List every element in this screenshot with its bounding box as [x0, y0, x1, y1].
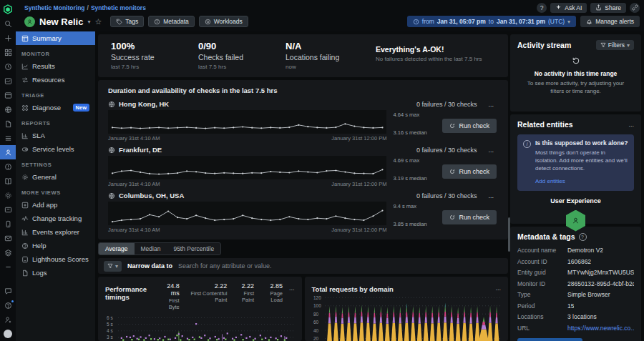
- main-scrollbar-thumb[interactable]: [508, 217, 510, 252]
- app-window: Synthetic Monitoring / Synthetic monitor…: [0, 0, 644, 341]
- help-icon: [21, 242, 29, 249]
- more-rail-icon[interactable]: [0, 260, 16, 274]
- metadata-row-account-name: Account nameDemotron V2: [517, 247, 634, 254]
- related-entities-menu[interactable]: ...: [628, 121, 634, 128]
- funnel-caret-icon: ▾: [115, 263, 118, 270]
- monitor-entity-icon: [24, 16, 35, 27]
- row-menu-button[interactable]: ...: [488, 192, 494, 199]
- add-entities-link[interactable]: Add entities: [535, 178, 565, 184]
- sparkle-icon: [555, 4, 562, 11]
- svg-text:5 s: 5 s: [107, 322, 113, 327]
- failures-count: 0 failures / 30 checks: [416, 101, 477, 108]
- manage-alerts-button[interactable]: Manage alerts: [580, 16, 640, 27]
- metadata-help-icon[interactable]: ?: [579, 233, 587, 241]
- monitor-url-link[interactable]: https://www.newrelic.co…: [567, 325, 634, 332]
- service-levels-icon: [21, 146, 29, 153]
- docs-icon[interactable]: [0, 117, 16, 131]
- filter-funnel-button[interactable]: ▾: [104, 261, 122, 272]
- activity-filters-button[interactable]: Filters ▾: [596, 40, 634, 50]
- tab-95th-percentile[interactable]: 95th Percentile: [167, 243, 220, 254]
- share-button[interactable]: Share: [590, 3, 626, 13]
- tag-pill-account[interactable]: account:Demotron V2: [517, 338, 582, 341]
- archive-icon[interactable]: [0, 202, 16, 217]
- sidebar-item-lighthouse-scores[interactable]: Lighthouse Scores: [16, 252, 95, 266]
- tag-icon: [116, 19, 122, 25]
- workloads-button[interactable]: Workloads: [199, 16, 248, 27]
- copy-link-button[interactable]: [630, 3, 640, 13]
- sidebar-item-logs[interactable]: Logs: [16, 266, 95, 280]
- attribute-search-input[interactable]: [178, 262, 502, 270]
- sidebar-item-resources[interactable]: Resources: [16, 73, 95, 87]
- sidebar-item-diagnose[interactable]: Diagnose New: [16, 101, 95, 114]
- sidebar-item-summary[interactable]: Summary: [16, 31, 95, 45]
- alerts-icon[interactable]: [0, 159, 16, 174]
- invite-user-icon[interactable]: [0, 312, 16, 327]
- row-menu-button[interactable]: ...: [488, 147, 494, 154]
- tab-average[interactable]: Average: [99, 243, 135, 254]
- apps-grid-icon[interactable]: [0, 45, 16, 59]
- globe-icon: [108, 192, 115, 199]
- chart-menu-button[interactable]: ...: [289, 282, 295, 292]
- nav-section-triage: TRIAGE: [16, 87, 95, 101]
- run-check-button[interactable]: Run check: [442, 210, 497, 224]
- add-data-icon[interactable]: [0, 31, 16, 45]
- breadcrumb-separator: /: [87, 4, 89, 11]
- sidebar-item-events-explorer[interactable]: Events explorer: [16, 225, 95, 239]
- settings-gear-icon[interactable]: [0, 188, 16, 202]
- sidebar-item-sla[interactable]: SLA: [16, 129, 95, 142]
- breadcrumb: Synthetic Monitoring / Synthetic monitor…: [24, 4, 146, 11]
- synthetics-icon[interactable]: [0, 145, 16, 159]
- sidebar-item-service-levels[interactable]: Service levels: [16, 142, 95, 156]
- tags-button[interactable]: Tags: [110, 16, 144, 27]
- entities-list-icon[interactable]: [0, 131, 16, 145]
- run-check-button[interactable]: Run check: [442, 119, 497, 133]
- search-icon[interactable]: [0, 16, 16, 31]
- help-status-icon[interactable]: [0, 298, 16, 312]
- title-dropdown-caret[interactable]: ▾: [87, 19, 90, 25]
- activity-empty-state: No activity in this time range To see mo…: [517, 50, 634, 98]
- link-icon: [632, 4, 638, 11]
- sidebar-item-general[interactable]: General: [16, 170, 95, 184]
- apm-globe-icon[interactable]: [0, 102, 16, 117]
- sidebar-item-help[interactable]: Help: [16, 239, 95, 252]
- stack-icon[interactable]: [0, 245, 16, 260]
- help-button[interactable]: ?: [537, 3, 547, 13]
- breadcrumb-link-synthetic-monitors[interactable]: Synthetic monitors: [91, 4, 146, 11]
- infrastructure-icon[interactable]: [0, 88, 16, 102]
- inbox-icon[interactable]: [0, 231, 16, 245]
- nav-section-more-views: MORE VIEWS: [16, 184, 95, 198]
- tab-median[interactable]: Median: [135, 243, 167, 254]
- nav-section-reports: REPORTS: [16, 114, 95, 129]
- run-check-button[interactable]: Run check: [442, 164, 497, 179]
- favorite-star-icon[interactable]: ☆: [94, 17, 102, 26]
- new-relic-logo[interactable]: [0, 2, 16, 16]
- metadata-button[interactable]: Metadata: [148, 16, 194, 27]
- sidebar-item-add-app[interactable]: Add app: [16, 198, 95, 212]
- location-name: Columbus, OH, USA: [108, 192, 184, 199]
- main-content: 100% Success rate last 7.5 hrs 0/90 Chec…: [95, 31, 510, 341]
- time-range-picker[interactable]: from Jan 31, 05:07 pm to Jan 31, 07:31 p…: [407, 16, 576, 27]
- ask-ai-button[interactable]: Ask AI: [550, 3, 587, 13]
- knowledge-book-icon[interactable]: [0, 174, 16, 188]
- mobile-icon[interactable]: [0, 217, 16, 231]
- svg-text:6 s: 6 s: [107, 315, 113, 320]
- svg-text:80: 80: [313, 312, 319, 317]
- metadata-row-monitor-id: Monitor ID28650132-895d-4cbf-b2c…: [517, 280, 634, 287]
- user-avatar[interactable]: [0, 327, 16, 341]
- refresh-icon: [449, 123, 455, 129]
- dashboards-icon[interactable]: [0, 74, 16, 88]
- metadata-row-type: TypeSimple Browser: [517, 291, 634, 298]
- row-menu-button[interactable]: ...: [488, 101, 494, 108]
- sidebar-item-change-tracking[interactable]: Change tracking: [16, 212, 95, 225]
- svg-text:4 s: 4 s: [107, 328, 113, 333]
- feedback-chat-icon[interactable]: [0, 284, 16, 298]
- breadcrumb-link-synthetic-monitoring[interactable]: Synthetic Monitoring: [24, 4, 85, 11]
- sidebar-item-results[interactable]: Results: [16, 59, 95, 73]
- chart-menu-button[interactable]: ...: [495, 282, 501, 292]
- funnel-icon: [600, 42, 606, 48]
- location-name: Hong Kong, HK: [108, 100, 169, 108]
- logs-icon: [21, 270, 29, 277]
- browser-icon[interactable]: [0, 59, 16, 74]
- sparkline-stats: 4.64 s max3.16 s median: [393, 110, 436, 142]
- total-requests-chart: 12010080604020: [312, 296, 502, 341]
